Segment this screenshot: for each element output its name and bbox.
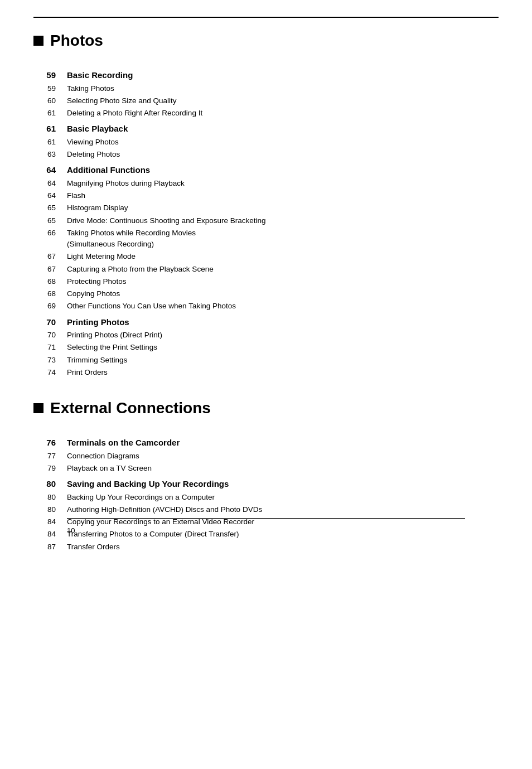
sub-label: Copying Photos — [67, 288, 499, 300]
sub-label: Taking Photos — [67, 83, 499, 95]
toc-heading-row: 59 Basic Recording — [33, 66, 499, 83]
sub-page-num: 84 — [33, 516, 67, 528]
sub-label: Printing Photos (Direct Print) — [67, 329, 499, 341]
sub-label: Trimming Settings — [67, 354, 499, 366]
heading-label: Printing Photos — [67, 313, 499, 330]
toc-sub-row: 68 Protecting Photos — [33, 275, 499, 288]
heading-page-num: 59 — [33, 66, 67, 83]
sub-label: Transfer Orders — [67, 541, 499, 553]
sub-label: Drive Mode: Continuous Shooting and Expo… — [67, 215, 499, 227]
toc-heading-row: 76 Terminals on the Camcorder — [33, 433, 499, 450]
toc-heading-row: 61 Basic Playback — [33, 119, 499, 136]
sub-page-num: 84 — [33, 528, 67, 540]
sub-label: Magnifying Photos during Playback — [67, 177, 499, 190]
photos-section-title: Photos — [33, 29, 499, 52]
toc-sub-row: 79 Playback on a TV Screen — [33, 462, 499, 475]
heading-label: Basic Playback — [67, 119, 499, 136]
toc-sub-row: 68 Copying Photos — [33, 288, 499, 300]
sub-label: Viewing Photos — [67, 136, 499, 148]
sub-page-num: 77 — [33, 450, 67, 462]
toc-sub-row: 59 Taking Photos — [33, 83, 499, 95]
sub-page-num: 67 — [33, 250, 67, 263]
toc-sub-row: 60 Selecting Photo Size and Quality — [33, 95, 499, 107]
top-rule — [33, 17, 499, 18]
sub-page-num: 70 — [33, 329, 67, 341]
photos-section-icon — [33, 36, 43, 46]
sub-page-num: 71 — [33, 341, 67, 354]
heading-label: Terminals on the Camcorder — [67, 433, 499, 450]
toc-sub-row: 73 Trimming Settings — [33, 354, 499, 366]
sub-label: Connection Diagrams — [67, 450, 499, 462]
sub-page-num: 63 — [33, 148, 67, 161]
sub-page-num: 66 — [33, 227, 67, 251]
toc-heading-row: 64 Additional Functions — [33, 161, 499, 177]
toc-sub-row: 80 Backing Up Your Recordings on a Compu… — [33, 491, 499, 504]
page-wrapper: Photos 59 Basic Recording 59 Taking Phot… — [33, 17, 499, 553]
sub-label: Protecting Photos — [67, 275, 499, 288]
sub-page-num: 59 — [33, 83, 67, 95]
sub-page-num: 64 — [33, 190, 67, 202]
sub-label: Selecting the Print Settings — [67, 341, 499, 354]
toc-sub-row: 65 Histogram Display — [33, 202, 499, 214]
sub-label: Deleting a Photo Right After Recording I… — [67, 107, 499, 119]
sub-page-num: 80 — [33, 491, 67, 504]
toc-sub-row: 66 Taking Photos while Recording Movies(… — [33, 227, 499, 251]
photos-section-label: Photos — [50, 29, 103, 52]
toc-sub-row: 67 Capturing a Photo from the Playback S… — [33, 263, 499, 275]
sub-page-num: 87 — [33, 541, 67, 553]
heading-label: Additional Functions — [67, 161, 499, 177]
sub-page-num: 69 — [33, 300, 67, 312]
toc-sub-row: 67 Light Metering Mode — [33, 250, 499, 263]
sub-label: Playback on a TV Screen — [67, 462, 499, 475]
sub-label: Selecting Photo Size and Quality — [67, 95, 499, 107]
toc-sub-row: 77 Connection Diagrams — [33, 450, 499, 462]
sub-page-num: 79 — [33, 462, 67, 475]
toc-sub-row: 70 Printing Photos (Direct Print) — [33, 329, 499, 341]
sub-page-num: 65 — [33, 202, 67, 214]
toc-sub-row: 80 Authoring High-Definition (AVCHD) Dis… — [33, 504, 499, 516]
page-footer: 10 — [67, 525, 465, 536]
sub-page-num: 61 — [33, 107, 67, 119]
sub-page-num: 74 — [33, 366, 67, 379]
toc-sub-row: 87 Transfer Orders — [33, 541, 499, 553]
sub-page-num: 64 — [33, 177, 67, 190]
toc-sub-row: 65 Drive Mode: Continuous Shooting and E… — [33, 215, 499, 227]
sub-page-num: 60 — [33, 95, 67, 107]
bottom-rule — [67, 518, 465, 519]
sub-label: Backing Up Your Recordings on a Computer — [67, 491, 499, 504]
heading-page-num: 64 — [33, 161, 67, 177]
sub-label: Print Orders — [67, 366, 499, 379]
toc-sub-row: 61 Viewing Photos — [33, 136, 499, 148]
toc-heading-row: 80 Saving and Backing Up Your Recordings — [33, 475, 499, 491]
heading-page-num: 70 — [33, 313, 67, 330]
sub-page-num: 80 — [33, 504, 67, 516]
heading-page-num: 80 — [33, 475, 67, 491]
external-section-label: External Connections — [50, 396, 211, 420]
toc-sub-row: 63 Deleting Photos — [33, 148, 499, 161]
heading-page-num: 61 — [33, 119, 67, 136]
toc-heading-row: 70 Printing Photos — [33, 313, 499, 330]
sub-page-num: 65 — [33, 215, 67, 227]
toc-sub-row: 64 Magnifying Photos during Playback — [33, 177, 499, 190]
photos-section: Photos 59 Basic Recording 59 Taking Phot… — [33, 29, 499, 379]
sub-page-num: 61 — [33, 136, 67, 148]
external-section-icon — [33, 403, 43, 413]
toc-sub-row: 74 Print Orders — [33, 366, 499, 379]
sub-label: Other Functions You Can Use when Taking … — [67, 300, 499, 312]
external-section-title: External Connections — [33, 396, 499, 420]
photos-toc-table: 59 Basic Recording 59 Taking Photos 60 S… — [33, 66, 499, 379]
sub-label: Light Metering Mode — [67, 250, 499, 263]
sub-label: Deleting Photos — [67, 148, 499, 161]
heading-page-num: 76 — [33, 433, 67, 450]
sub-label: Authoring High-Definition (AVCHD) Discs … — [67, 504, 499, 516]
footer-page-number: 10 — [67, 525, 75, 536]
sub-page-num: 67 — [33, 263, 67, 275]
sub-label: Flash — [67, 190, 499, 202]
sub-page-num: 68 — [33, 275, 67, 288]
sub-label: Histogram Display — [67, 202, 499, 214]
heading-label: Saving and Backing Up Your Recordings — [67, 475, 499, 491]
toc-sub-row: 61 Deleting a Photo Right After Recordin… — [33, 107, 499, 119]
toc-sub-row: 69 Other Functions You Can Use when Taki… — [33, 300, 499, 312]
sub-page-num: 73 — [33, 354, 67, 366]
toc-sub-row: 71 Selecting the Print Settings — [33, 341, 499, 354]
